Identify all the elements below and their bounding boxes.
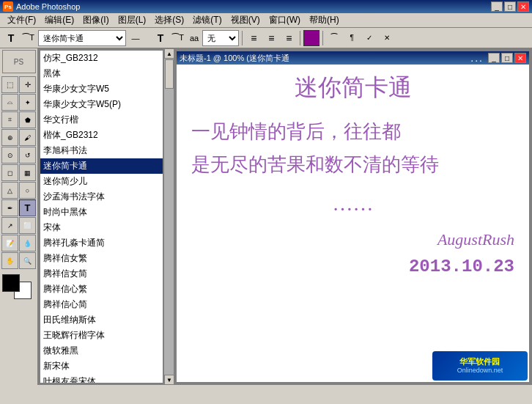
menu-help[interactable]: 帮助(H) [305,12,344,28]
brush-tool[interactable]: 🖌 [19,129,36,146]
tool-row-8: ✒ T [1,199,36,216]
menu-edit[interactable]: 编辑(E) [40,12,78,28]
color-boxes [1,274,36,301]
clone-stamp-tool[interactable]: ⊙ [1,147,18,164]
font-item-tengxiang1[interactable]: 腾祥孔淼卡通简 [40,235,163,251]
menu-window[interactable]: 窗口(W) [265,12,305,28]
magic-wand-tool[interactable]: ✦ [19,94,36,111]
canvas-minimize-btn[interactable]: _ [488,53,500,63]
canvas-text-dots: …… [191,192,514,216]
menu-view[interactable]: 视图(V) [226,12,265,28]
align-right-button[interactable]: ≡ [281,30,297,46]
type-tool-2[interactable]: T [152,30,169,46]
lasso-tool[interactable]: ⌓ [1,94,18,111]
pen-tool[interactable]: ✒ [1,199,18,216]
zoom-tool[interactable]: 🔍 [19,252,36,269]
canvas-close-btn[interactable]: ✕ [514,53,526,63]
menu-image[interactable]: 图像(I) [78,12,113,28]
font-item-huakang2[interactable]: 华康少女文字W5(P) [40,97,163,112]
slice-tool[interactable]: ⬟ [19,111,36,128]
main-area: PS ⬚ ✛ ⌓ ✦ ⌗ ⬟ ⊕ 🖌 ⊙ ↺ ◻ ▦ △ ○ [0,48,532,385]
font-item-weisoftya[interactable]: 微软雅黑 [40,343,163,359]
app-title: Adobe Photoshop [16,2,489,11]
menu-layer[interactable]: 图层(L) [114,12,151,28]
font-item-shishang[interactable]: 时尚中黑体 [40,205,163,220]
scroll-down-button[interactable]: ▼ [164,375,174,385]
font-item-kaiti[interactable]: 楷体_GB2312 [40,128,163,143]
type-tool[interactable]: T [19,199,36,216]
blur-tool[interactable]: △ [1,182,18,199]
font-item-tengxiang4[interactable]: 腾祥信心繁 [40,282,163,297]
rectangular-marquee-tool[interactable]: ⬚ [1,76,18,93]
font-item-tengxiang2[interactable]: 腾祥信女繁 [40,251,163,266]
commit-btn[interactable]: ✓ [361,30,377,46]
font-item-fangSong[interactable]: 仿宋_GB2312 [40,51,163,66]
canvas-maximize-btn[interactable]: □ [501,53,513,63]
ps-logo-area: PS [2,50,36,73]
canvas-text-line3: 是无尽的苦果和数不清的等待 [191,152,514,177]
shape-tool[interactable]: ⬜ [19,217,36,234]
canvas-title: 未标题-1 @ 100% (迷你简卡通 [180,53,470,64]
font-family-dropdown[interactable]: 迷你简卡通 [38,30,126,46]
tool-row-4: ⊕ 🖌 [1,129,36,146]
crop-tool[interactable]: ⌗ [1,111,18,128]
font-item-tianshi[interactable]: 田氏维纳斯体 [40,312,163,328]
warp-text-btn[interactable]: ⁀ [326,30,342,46]
path-selection-tool[interactable]: ↗ [1,217,18,234]
tool-row-9: ↗ ⬜ [1,217,36,234]
font-item-huaxing[interactable]: 华文行楷 [40,112,163,128]
healing-brush-tool[interactable]: ⊕ [1,129,18,146]
warp-btn-2[interactable]: ⁀T [170,30,186,46]
maximize-button[interactable]: □ [504,1,516,12]
app-icon: Ps [3,1,13,12]
gradient-tool[interactable]: ▦ [19,164,36,181]
tool-row-10: 📝 💧 [1,235,36,251]
menu-file[interactable]: 文件(F) [3,12,40,28]
menu-select[interactable]: 选择(S) [150,12,188,28]
foreground-color[interactable] [2,274,20,292]
font-item-yegen[interactable]: 叶根友蚕宋体 [40,374,163,383]
minimize-button[interactable]: _ [491,1,503,12]
move-tool[interactable]: ✛ [19,76,36,93]
font-item-wang[interactable]: 王晓辉行楷字体 [40,328,163,343]
font-item-xinsongt[interactable]: 新宋体 [40,359,163,374]
scroll-thumb[interactable] [165,59,174,89]
align-left-button[interactable]: ≡ [245,30,262,46]
dodge-tool[interactable]: ○ [19,182,36,199]
tool-row-6: ◻ ▦ [1,164,36,181]
font-item-heiti[interactable]: 黑体 [40,66,163,81]
font-item-tengxiang3[interactable]: 腾祥信女简 [40,266,163,282]
hand-tool[interactable]: ✋ [1,252,18,269]
separator-2 [300,31,300,45]
align-center-button[interactable]: ≡ [263,30,279,46]
history-brush-tool[interactable]: ↺ [19,147,36,164]
font-item-minijian[interactable]: 迷你简卡通 [40,158,163,174]
canvas-text-english2: 2013.10.23 [191,257,514,276]
scroll-up-button[interactable]: ▲ [164,48,174,59]
type-orientation-button[interactable]: T [3,30,19,46]
canvas-title-bar: 未标题-1 @ 100% (迷你简卡通 ... _ □ ✕ [177,51,529,65]
warp-text-button[interactable]: ⁀T [21,30,37,46]
menu-filter[interactable]: 滤镜(T) [188,12,226,28]
antialiasing-dropdown[interactable]: 无 [202,30,239,46]
watermark-badge: 华军软件园 Onlinedown.net [432,351,528,381]
font-list-container: 仿宋_GB2312 黑体 华康少女文字W5 华康少女文字W5(P) 华文行楷 楷… [40,50,163,383]
close-button[interactable]: ✕ [517,1,529,12]
tool-row-3: ⌗ ⬟ [1,111,36,128]
cancel-btn[interactable]: ✕ [379,30,395,46]
font-item-lixuke[interactable]: 李旭科书法 [40,143,163,158]
font-style-btn[interactable]: — [128,30,144,46]
eyedropper-tool[interactable]: 💧 [19,235,36,251]
tool-row-5: ⊙ ↺ [1,147,36,164]
font-item-tengxiang5[interactable]: 腾祥信心简 [40,297,163,312]
character-palette-btn[interactable]: ¶ [344,30,360,46]
eraser-tool[interactable]: ◻ [1,164,18,181]
text-color-swatch[interactable] [303,30,319,46]
notes-tool[interactable]: 📝 [1,235,18,251]
font-item-shamenghai[interactable]: 沙孟海书法字体 [40,189,163,205]
font-list-scrollbar[interactable]: ▲ ▼ [163,48,174,385]
font-item-songti[interactable]: 宋体 [40,220,163,235]
font-item-huakang1[interactable]: 华康少女文字W5 [40,81,163,97]
font-item-minijian2[interactable]: 迷你简少儿 [40,174,163,189]
canvas-dots: ... [470,52,484,64]
